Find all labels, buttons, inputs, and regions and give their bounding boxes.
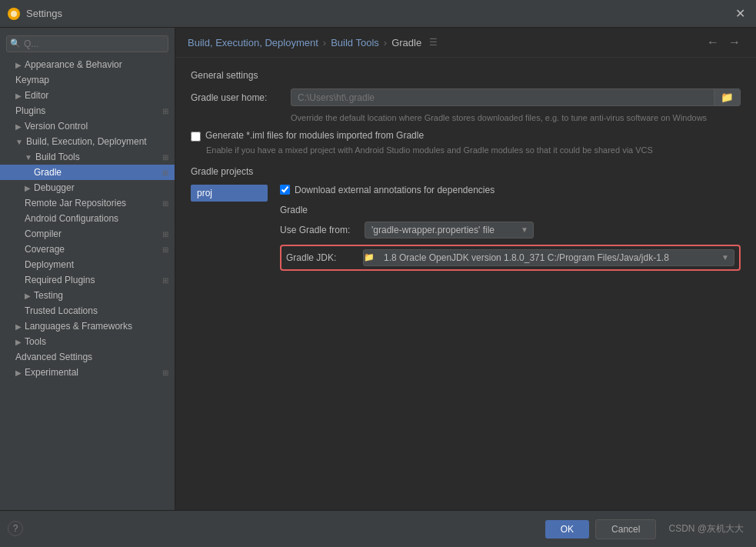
title-bar: Settings ✕ (0, 0, 756, 28)
download-annotations-row: Download external annotations for depend… (280, 185, 741, 195)
breadcrumb-gradle: Gradle (391, 37, 421, 48)
gradle-jdk-select[interactable]: 1.8 Oracle OpenJDK version 1.8.0_371 C:/… (378, 250, 734, 265)
breadcrumb-build-execution[interactable]: Build, Execution, Deployment (188, 37, 318, 48)
bottom-bar: ? OK Cancel CSDN @灰机大大 (0, 510, 756, 547)
cancel-button[interactable]: Cancel (595, 519, 656, 539)
use-gradle-from-select[interactable]: 'gradle-wrapper.properties' fileSpecifie… (365, 222, 533, 238)
generate-iml-checkbox[interactable] (191, 132, 201, 142)
content-area: Build, Execution, Deployment › Build Too… (175, 28, 756, 510)
sidebar-item-advanced[interactable]: Advanced Settings (0, 349, 175, 365)
generate-iml-label: Generate *.iml files for modules importe… (205, 130, 424, 141)
sidebar-item-label: Testing (34, 290, 63, 301)
download-annotations-checkbox[interactable] (280, 185, 290, 195)
sidebar-item-label: Deployment (25, 259, 74, 270)
search-input[interactable] (6, 35, 168, 52)
sidebar-item-label: Version Control (25, 121, 88, 132)
arrow-icon: ▶ (15, 92, 22, 100)
download-annotations-label: Download external annotations for depend… (295, 185, 495, 195)
gradle-user-home-hint: Override the default location where Grad… (291, 112, 741, 124)
sidebar-item-tools[interactable]: ▶ Tools (0, 334, 175, 349)
sidebar-item-coverage[interactable]: Coverage ⊞ (0, 242, 175, 257)
sidebar-item-compiler[interactable]: Compiler ⊞ (0, 226, 175, 242)
close-button[interactable]: ✕ (732, 6, 748, 21)
settings-icon: ⊞ (162, 199, 168, 208)
sidebar-item-remote-jar[interactable]: Remote Jar Repositories ⊞ (0, 195, 175, 211)
sidebar-item-label: Appearance & Behavior (25, 59, 122, 70)
gradle-settings: Download external annotations for depend… (280, 185, 741, 277)
sidebar-item-experimental[interactable]: ▶ Experimental ⊞ (0, 365, 175, 380)
sidebar-item-gradle[interactable]: Gradle ⊞ (0, 165, 175, 180)
search-icon: 🔍 (10, 38, 21, 48)
sidebar-item-build-tools[interactable]: ▼ Build Tools ⊞ (0, 149, 175, 165)
use-gradle-from-row: Use Gradle from: 'gradle-wrapper.propert… (280, 222, 741, 238)
sidebar-item-label: Editor (25, 90, 48, 101)
use-gradle-from-label: Use Gradle from: (280, 225, 357, 235)
sidebar-item-android-config[interactable]: Android Configurations (0, 211, 175, 226)
arrow-icon: ▶ (15, 369, 22, 377)
arrow-icon: ▶ (25, 292, 31, 300)
generate-iml-hint: Enable if you have a mixed project with … (206, 145, 741, 156)
sidebar-item-languages[interactable]: ▶ Languages & Frameworks (0, 319, 175, 334)
gradle-projects-title: Gradle projects (191, 166, 741, 177)
gradle-sub-title: Gradle (280, 205, 741, 215)
sidebar-item-label: Tools (25, 336, 46, 347)
settings-icon: ⊞ (162, 245, 168, 254)
forward-button[interactable]: → (725, 35, 744, 49)
gradle-user-home-input[interactable] (291, 90, 714, 105)
sidebar-item-label: Debugger (34, 182, 75, 193)
help-button[interactable]: ? (8, 521, 23, 536)
jdk-folder-icon: 📁 (364, 252, 375, 262)
sidebar-item-editor[interactable]: ▶ Editor (0, 88, 175, 103)
ok-button[interactable]: OK (545, 520, 589, 539)
breadcrumb-build-tools[interactable]: Build Tools (331, 37, 379, 48)
arrow-icon: ▶ (15, 338, 22, 346)
settings-icon: ⊞ (162, 153, 168, 162)
breadcrumb-sep2: › (384, 37, 387, 48)
sidebar-item-label: Remote Jar Repositories (25, 198, 126, 208)
window-title: Settings (26, 8, 726, 19)
settings-content: General settings Gradle user home: 📁 Ove… (175, 58, 756, 289)
gradle-section: proj Download external annotations for d… (191, 185, 741, 277)
generate-iml-row: Generate *.iml files for modules importe… (191, 130, 741, 142)
sidebar-item-version-control[interactable]: ▶ Version Control (0, 118, 175, 134)
sidebar-item-label: Trusted Locations (25, 305, 98, 316)
arrow-icon: ▶ (15, 122, 22, 131)
breadcrumb-sep1: › (323, 37, 326, 48)
search-box[interactable]: 🔍 (6, 35, 168, 52)
sidebar-item-label: Experimental (25, 367, 78, 378)
gradle-jdk-row: Gradle JDK: 📁 1.8 Oracle OpenJDK version… (280, 245, 741, 271)
gradle-user-home-input-wrapper[interactable]: 📁 (291, 88, 741, 106)
watermark-text: CSDN @灰机大大 (668, 522, 744, 535)
project-item[interactable]: proj (191, 185, 268, 202)
arrow-icon: ▶ (25, 184, 31, 192)
sidebar-item-label: Build Tools (35, 152, 80, 162)
general-settings-title: General settings (191, 70, 741, 81)
sidebar-item-label: Compiler (25, 228, 62, 239)
sidebar-item-label: Required Plugins (25, 275, 95, 285)
sidebar-item-required-plugins[interactable]: Required Plugins ⊞ (0, 272, 175, 288)
arrow-icon: ▼ (15, 138, 23, 146)
arrow-icon: ▶ (15, 61, 22, 69)
sidebar-item-deployment[interactable]: Deployment (0, 257, 175, 272)
back-button[interactable]: ← (704, 35, 722, 49)
gradle-user-home-row: Gradle user home: 📁 (191, 88, 741, 106)
sidebar-item-plugins[interactable]: Plugins ⊞ (0, 103, 175, 118)
sidebar-item-build-execution[interactable]: ▼ Build, Execution, Deployment (0, 134, 175, 149)
settings-icon: ⊞ (162, 276, 168, 285)
svg-point-0 (11, 11, 17, 17)
arrow-icon: ▼ (25, 153, 32, 162)
arrow-icon: ▶ (15, 322, 22, 331)
sidebar-item-label: Keymap (15, 75, 49, 85)
gradle-jdk-select-wrapper[interactable]: 📁 1.8 Oracle OpenJDK version 1.8.0_371 C… (363, 249, 734, 266)
sidebar-item-appearance[interactable]: ▶ Appearance & Behavior (0, 57, 175, 72)
sidebar-item-keymap[interactable]: Keymap (0, 72, 175, 88)
sidebar-item-testing[interactable]: ▶ Testing (0, 288, 175, 303)
sidebar-item-debugger[interactable]: ▶ Debugger (0, 180, 175, 195)
bookmark-icon[interactable]: ☰ (429, 37, 438, 48)
breadcrumb: Build, Execution, Deployment › Build Too… (175, 28, 756, 58)
settings-icon: ⊞ (162, 369, 168, 377)
sidebar-item-label: Android Configurations (25, 213, 118, 224)
use-gradle-from-select-wrapper[interactable]: 'gradle-wrapper.properties' fileSpecifie… (365, 222, 534, 238)
folder-button[interactable]: 📁 (714, 89, 740, 105)
sidebar-item-trusted-locations[interactable]: Trusted Locations (0, 303, 175, 319)
